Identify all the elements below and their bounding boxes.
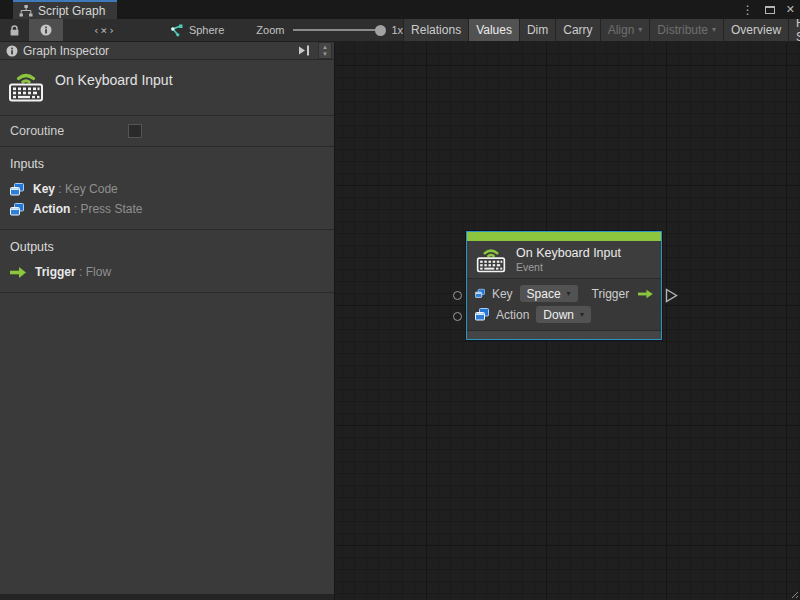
value-input-icon	[475, 287, 485, 300]
chevron-down-icon: ▾	[638, 26, 642, 34]
flow-arrow-icon[interactable]	[638, 288, 653, 300]
code-preview-button[interactable]: ‹×›	[63, 19, 146, 41]
key-dropdown[interactable]: Space ▾	[520, 285, 578, 302]
zoom-slider[interactable]	[293, 29, 383, 31]
chevron-down-icon: ▾	[712, 26, 716, 34]
key-input-port[interactable]	[453, 291, 462, 300]
info-icon	[40, 24, 52, 36]
toolbar-button-distribute[interactable]: Distribute ▾	[649, 19, 723, 41]
graph-inspector-panel: Graph Inspector ▲ ▼	[0, 42, 335, 600]
zoom-slider-handle[interactable]	[375, 25, 386, 36]
inspector-header: Graph Inspector ▲ ▼	[0, 42, 334, 60]
inspected-unit-title: On Keyboard Input	[55, 69, 173, 88]
graph-canvas[interactable]: On Keyboard Input Event Key Space	[335, 42, 800, 600]
node-event-accent-bar	[467, 232, 661, 241]
window-resize-grip[interactable]	[790, 590, 799, 599]
window-controls: ⋮ ✕	[742, 0, 795, 19]
graph-toolbar: ‹×› Sphere Zoom 1x Relations Value	[0, 19, 800, 42]
window-menu-button[interactable]: ⋮	[742, 3, 754, 17]
zoom-value: 1x	[391, 24, 403, 36]
lock-button[interactable]	[0, 19, 29, 41]
output-port-row: Trigger : Flow	[0, 262, 334, 282]
graph-hierarchy-icon	[19, 5, 33, 17]
value-input-icon	[475, 308, 489, 321]
coroutine-checkbox[interactable]	[128, 124, 142, 138]
coroutine-label: Coroutine	[10, 124, 128, 138]
tab-script-graph[interactable]: Script Graph	[13, 0, 117, 19]
collapse-inspector-button[interactable]	[295, 44, 314, 57]
tab-label: Script Graph	[38, 4, 105, 18]
main-area: Graph Inspector ▲ ▼	[0, 42, 800, 600]
lock-icon	[9, 24, 20, 37]
toolbar-button-overview[interactable]: Overview	[723, 19, 788, 41]
inspected-unit-header: On Keyboard Input	[0, 60, 334, 116]
toolbar-button-align[interactable]: Align ▾	[600, 19, 650, 41]
script-graph-window: Script Graph ⋮ ✕ ‹×›	[0, 0, 800, 600]
node-body: Key Space ▾ Trigger	[467, 279, 661, 330]
spin-up-icon[interactable]: ▲	[322, 44, 328, 51]
toolbar-button-fullscreen[interactable]: Full Screen	[788, 19, 800, 41]
outputs-section: Outputs Trigger : Flow	[0, 230, 334, 293]
trigger-output-port[interactable]	[665, 288, 678, 303]
chevron-down-icon: ▾	[580, 311, 584, 319]
coroutine-setting-row: Coroutine	[0, 116, 334, 147]
node-row-key: Key Space ▾ Trigger	[475, 283, 653, 304]
node-on-keyboard-input[interactable]: On Keyboard Input Event Key Space	[466, 231, 662, 340]
node-subtitle: Event	[516, 261, 621, 273]
collapse-right-icon	[298, 45, 311, 56]
zoom-label: Zoom	[256, 24, 284, 36]
toolbar-button-carry[interactable]: Carry	[555, 19, 599, 41]
script-graph-asset-icon	[168, 24, 183, 37]
toolbar-button-values[interactable]: Values	[468, 19, 519, 41]
keyboard-event-icon	[8, 69, 44, 102]
trigger-output-label: Trigger	[592, 287, 630, 301]
inspector-scroll-spinner[interactable]: ▲ ▼	[318, 42, 332, 59]
input-port-row: Key : Key Code	[0, 179, 334, 199]
inputs-section: Inputs Key : Key Code	[0, 147, 334, 230]
node-row-action: Action Down ▾	[475, 304, 653, 325]
toolbar-toggles: Relations Values Dim Carry Align ▾ Distr…	[403, 19, 800, 41]
window-maximize-button[interactable]	[765, 6, 775, 14]
outputs-heading: Outputs	[0, 238, 334, 262]
node-header[interactable]: On Keyboard Input Event	[467, 241, 661, 279]
titlebar: Script Graph ⋮ ✕	[0, 0, 800, 19]
action-dropdown[interactable]: Down ▾	[536, 306, 591, 323]
code-icon: ‹×›	[93, 24, 116, 37]
toolbar-button-relations[interactable]: Relations	[403, 19, 468, 41]
info-icon	[6, 45, 18, 57]
toolbar-button-dim[interactable]: Dim	[519, 19, 555, 41]
value-input-icon	[10, 203, 24, 216]
node-footer	[467, 330, 661, 339]
chevron-down-icon: ▾	[567, 290, 571, 298]
zoom-control: Zoom 1x	[256, 19, 403, 41]
window-close-button[interactable]: ✕	[786, 3, 795, 16]
graph-owner-breadcrumb[interactable]: Sphere	[168, 19, 224, 41]
keyboard-event-icon	[476, 245, 506, 273]
inputs-heading: Inputs	[0, 155, 334, 179]
inspector-title: Graph Inspector	[23, 44, 109, 58]
action-input-port[interactable]	[453, 312, 462, 321]
inspector-toggle-button[interactable]	[29, 19, 63, 41]
graph-owner-label: Sphere	[189, 24, 224, 36]
spin-down-icon[interactable]: ▼	[322, 51, 328, 58]
node-title: On Keyboard Input	[516, 246, 621, 261]
value-input-icon	[10, 183, 24, 196]
flow-arrow-icon	[10, 267, 26, 278]
input-port-row: Action : Press State	[0, 199, 334, 219]
